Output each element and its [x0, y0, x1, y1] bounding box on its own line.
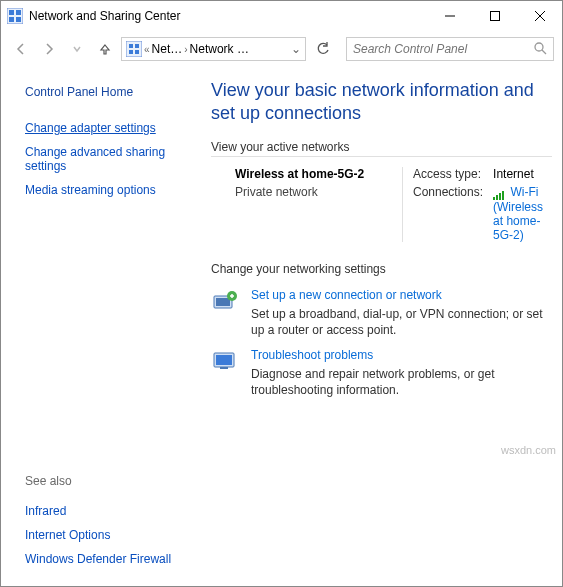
chevron-icon: « — [144, 44, 150, 55]
infrared-link[interactable]: Infrared — [25, 504, 189, 518]
troubleshoot-item: Troubleshoot problems Diagnose and repai… — [211, 348, 552, 398]
troubleshoot-desc: Diagnose and repair network problems, or… — [251, 366, 552, 398]
media-streaming-link[interactable]: Media streaming options — [25, 183, 189, 197]
recent-dropdown[interactable] — [65, 37, 89, 61]
control-panel-home-link[interactable]: Control Panel Home — [25, 85, 189, 99]
search-icon[interactable] — [533, 41, 547, 58]
close-button[interactable] — [517, 1, 562, 31]
window-title: Network and Sharing Center — [29, 9, 427, 23]
breadcrumb-segment[interactable]: Net… — [152, 42, 183, 56]
change-adapter-link[interactable]: Change adapter settings — [25, 121, 189, 135]
maximize-button[interactable] — [472, 1, 517, 31]
watermark: wsxdn.com — [501, 444, 556, 456]
main-panel: View your basic network information and … — [201, 67, 562, 586]
svg-rect-1 — [9, 10, 14, 15]
svg-rect-12 — [129, 50, 133, 54]
svg-rect-20 — [216, 355, 232, 365]
access-type-value: Internet — [493, 167, 552, 181]
svg-rect-9 — [126, 41, 142, 57]
see-also: See also Infrared Internet Options Windo… — [25, 474, 189, 576]
windows-firewall-link[interactable]: Windows Defender Firewall — [25, 552, 189, 566]
access-type-label: Access type: — [413, 167, 483, 181]
troubleshoot-link[interactable]: Troubleshoot problems — [251, 348, 552, 362]
refresh-button[interactable] — [310, 37, 336, 61]
breadcrumb-icon — [126, 41, 142, 57]
network-center-icon — [7, 8, 23, 24]
connections-label: Connections: — [413, 185, 483, 199]
page-heading: View your basic network information and … — [211, 79, 552, 126]
network-name: Wireless at home-5G-2 — [235, 167, 384, 181]
titlebar: Network and Sharing Center — [1, 1, 562, 31]
breadcrumb-dropdown-icon[interactable]: ⌄ — [291, 42, 301, 56]
troubleshoot-icon — [211, 348, 241, 374]
chevron-right-icon: › — [184, 44, 187, 55]
setup-connection-item: Set up a new connection or network Set u… — [211, 288, 552, 338]
breadcrumb-segment[interactable]: Network … — [190, 42, 249, 56]
svg-rect-11 — [135, 44, 139, 48]
content: Control Panel Home Change adapter settin… — [1, 67, 562, 586]
svg-rect-3 — [9, 17, 14, 22]
network-type: Private network — [235, 185, 384, 199]
back-button[interactable] — [9, 37, 33, 61]
settings-list: Set up a new connection or network Set u… — [211, 288, 552, 399]
svg-rect-4 — [16, 17, 21, 22]
setup-connection-link[interactable]: Set up a new connection or network — [251, 288, 552, 302]
setup-connection-icon — [211, 288, 241, 314]
search-input[interactable] — [353, 42, 533, 56]
svg-point-14 — [535, 43, 543, 51]
connection-link[interactable]: Wi-Fi (Wireless at home-5G-2) — [493, 185, 552, 242]
setup-connection-desc: Set up a broadband, dial-up, or VPN conn… — [251, 306, 552, 338]
toolbar: « Net… › Network … ⌄ — [1, 31, 562, 67]
change-settings-heading: Change your networking settings — [211, 262, 552, 278]
active-networks-heading: View your active networks — [211, 140, 552, 157]
up-button[interactable] — [93, 37, 117, 61]
breadcrumb[interactable]: « Net… › Network … ⌄ — [121, 37, 306, 61]
internet-options-link[interactable]: Internet Options — [25, 528, 189, 542]
minimize-button[interactable] — [427, 1, 472, 31]
svg-rect-6 — [490, 12, 499, 21]
change-advanced-link[interactable]: Change advanced sharing settings — [25, 145, 189, 173]
sidebar: Control Panel Home Change adapter settin… — [1, 67, 201, 586]
see-also-heading: See also — [25, 474, 189, 488]
active-network-row: Wireless at home-5G-2 Private network Ac… — [211, 167, 552, 242]
active-network-details: Access type: Internet Connections: Wi-Fi… — [402, 167, 552, 242]
forward-button[interactable] — [37, 37, 61, 61]
svg-rect-21 — [220, 367, 228, 369]
wifi-signal-icon — [493, 186, 507, 200]
active-network-info: Wireless at home-5G-2 Private network — [211, 167, 384, 242]
svg-rect-13 — [135, 50, 139, 54]
svg-rect-17 — [216, 298, 230, 306]
svg-rect-2 — [16, 10, 21, 15]
search-box[interactable] — [346, 37, 554, 61]
svg-rect-10 — [129, 44, 133, 48]
svg-line-15 — [542, 50, 546, 54]
